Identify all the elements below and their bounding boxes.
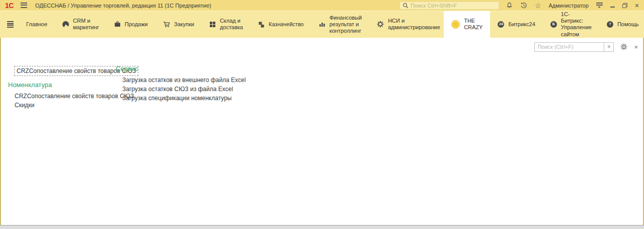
section-title[interactable]: Сервис bbox=[116, 65, 246, 72]
bitrix24-circle-icon: 24 bbox=[498, 21, 504, 28]
tab-label: Казначейство bbox=[269, 21, 304, 28]
minimize-button[interactable] bbox=[610, 3, 615, 8]
tab-zakupki[interactable]: Закупки bbox=[155, 11, 202, 38]
favorites-star-icon[interactable]: ☆ bbox=[535, 3, 541, 9]
history-icon[interactable] bbox=[520, 2, 527, 9]
command-link[interactable]: Загрузка остатков СЮЗ из файла Excel bbox=[122, 85, 246, 94]
tab-sklad-dostavka[interactable]: Склад и доставка bbox=[202, 11, 251, 38]
command-link[interactable]: Загрузка остатков из внешнего файла Exce… bbox=[122, 75, 246, 85]
panel-close-icon[interactable]: × bbox=[634, 44, 638, 50]
panel-search[interactable]: × bbox=[534, 42, 614, 52]
section-servis: Сервис Загрузка остатков из внешнего фай… bbox=[116, 65, 246, 103]
tab-kaznacheystvo[interactable]: Казначейство bbox=[251, 11, 311, 38]
tab-label: Помощь bbox=[617, 21, 639, 28]
global-search-input[interactable] bbox=[411, 3, 496, 9]
tab-prodazhi[interactable]: Продажи bbox=[107, 11, 155, 38]
tab-label: НСИ и администрирование bbox=[388, 18, 436, 31]
tab-glavnoe[interactable]: Главное bbox=[19, 11, 55, 38]
section-items: CRZСопоставление свойств товаров СЮЗ Ски… bbox=[8, 92, 134, 110]
tab-pomosch[interactable]: ? Помощь bbox=[599, 11, 644, 38]
yellow-coin-icon bbox=[451, 20, 460, 29]
tab-label: Продажи bbox=[125, 21, 148, 28]
notifications-bell-icon[interactable] bbox=[506, 2, 513, 9]
clear-search-button[interactable]: × bbox=[604, 43, 613, 51]
function-panel: × × CRZСопоставление свойств товаров СЮЗ… bbox=[0, 38, 644, 225]
bar-chart-icon bbox=[319, 21, 326, 27]
sections-menubar: Главное CRM и маркетинг Продажи Закупки … bbox=[0, 11, 644, 38]
question-circle-icon: ? bbox=[607, 21, 613, 28]
tab-the-crazy[interactable]: THE CRAZY bbox=[444, 11, 490, 38]
tab-1c-bitrix-site[interactable]: Б 1С-Битрикс: Управление сайтом bbox=[543, 11, 599, 38]
search-icon bbox=[403, 3, 409, 9]
tab-label: Закупки bbox=[174, 21, 194, 28]
titlebar-icons: ☆ Администратор × bbox=[506, 2, 639, 9]
cart-icon bbox=[163, 21, 170, 28]
menu-icon bbox=[7, 21, 14, 28]
gear-icon bbox=[377, 21, 384, 28]
pie-chart-icon bbox=[62, 21, 69, 28]
chevron-down-icon bbox=[598, 7, 601, 8]
current-user[interactable]: Администратор bbox=[548, 3, 588, 9]
bitrix-circle-icon: Б bbox=[550, 21, 557, 28]
section-items: Загрузка остатков из внешнего файла Exce… bbox=[116, 75, 246, 103]
main-menu-icon[interactable] bbox=[21, 3, 27, 8]
panel-toolbar: × × bbox=[534, 42, 638, 52]
tab-bitrix24[interactable]: 24 Битрикс24 bbox=[490, 11, 542, 38]
panel-settings-gear-icon[interactable] bbox=[620, 43, 627, 50]
sections-panel-toggle[interactable] bbox=[2, 11, 19, 38]
window-title: ОДЕССНАБ / Управление торговлей, редакци… bbox=[35, 3, 211, 9]
service-menu-icon[interactable] bbox=[596, 3, 603, 8]
boxes-icon bbox=[209, 21, 216, 28]
1c-logo: 1С bbox=[5, 2, 14, 9]
tab-label: 1С-Битрикс: Управление сайтом bbox=[561, 11, 592, 38]
section-nomenklatura: Номенклатура CRZСопоставление свойств то… bbox=[8, 81, 134, 110]
window-bottom-edge bbox=[0, 225, 644, 229]
briefcase-icon bbox=[114, 21, 121, 27]
tab-label: Склад и доставка bbox=[220, 18, 243, 31]
service-menu-line bbox=[596, 3, 603, 4]
global-search[interactable] bbox=[399, 2, 499, 10]
restore-button[interactable] bbox=[622, 3, 627, 8]
tab-label: THE CRAZY bbox=[464, 18, 482, 31]
tab-crm-marketing[interactable]: CRM и маркетинг bbox=[55, 11, 107, 38]
close-window-button[interactable]: × bbox=[635, 3, 639, 8]
coins-icon bbox=[258, 21, 265, 28]
tab-label: Финансовый результат и контроллинг bbox=[330, 15, 362, 35]
tab-finansovyi-rezultat[interactable]: Финансовый результат и контроллинг bbox=[311, 11, 369, 38]
tab-nsi-administrirovanie[interactable]: НСИ и администрирование bbox=[369, 11, 444, 38]
panel-search-input[interactable] bbox=[535, 43, 604, 51]
titlebar: 1С ОДЕССНАБ / Управление торговлей, реда… bbox=[0, 0, 644, 11]
service-menu-line bbox=[596, 5, 603, 6]
tab-label: CRM и маркетинг bbox=[73, 18, 99, 31]
app-window: 1С ОДЕССНАБ / Управление торговлей, реда… bbox=[0, 0, 644, 229]
command-link[interactable]: Загрузка спецификации номенклатуры bbox=[122, 94, 246, 103]
tab-label: Главное bbox=[26, 21, 47, 28]
section-title[interactable]: Номенклатура bbox=[8, 81, 134, 89]
tab-label: Битрикс24 bbox=[508, 21, 535, 28]
